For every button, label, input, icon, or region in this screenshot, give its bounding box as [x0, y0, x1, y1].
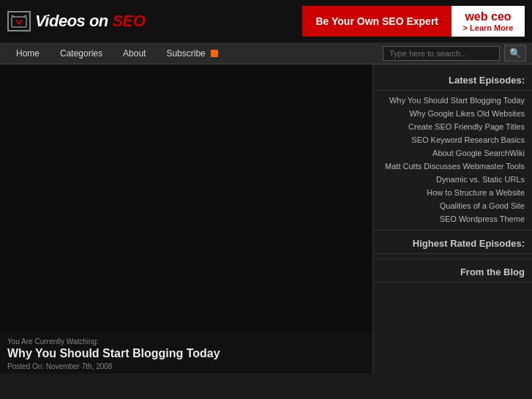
logo-seo: SEO	[112, 12, 145, 30]
search-area: 🔍	[383, 45, 526, 61]
nav-bar: Home Categories About Subscribe 🔍	[0, 42, 532, 64]
logo-icon	[7, 11, 31, 31]
content-area: You Are Currently Watching: Why You Shou…	[0, 64, 373, 373]
episode-link[interactable]: Create SEO Friendly Page Titles	[373, 120, 532, 133]
episode-link[interactable]: Dynamic vs. Static URLs	[373, 173, 532, 186]
banner-brand: web ceo	[465, 10, 511, 23]
banner-cta: > Learn More	[463, 23, 514, 32]
search-button[interactable]: 🔍	[504, 45, 526, 61]
banner-area[interactable]: Be Your Own SEO Expert web ceo > Learn M…	[302, 6, 525, 37]
episode-link[interactable]: SEO Wordpress Theme	[373, 212, 532, 225]
header: Videos on SEO Be Your Own SEO Expert web…	[0, 0, 532, 42]
logo-videos: Videos on	[35, 12, 112, 30]
episode-link[interactable]: About Google SearchWiki	[373, 146, 532, 160]
episode-link[interactable]: How to Structure a Website	[373, 186, 532, 199]
nav-categories[interactable]: Categories	[50, 44, 113, 63]
episode-link[interactable]: Why Google Likes Old Websites	[373, 107, 532, 120]
logo-text: Videos on SEO	[35, 12, 145, 31]
banner-red-text: Be Your Own SEO Expert	[315, 15, 438, 27]
sidebar: Latest Episodes: Why You Should Start Bl…	[373, 64, 532, 373]
episode-link[interactable]: SEO Keyword Research Basics	[373, 133, 532, 146]
logo-area: Videos on SEO	[7, 11, 145, 31]
episode-link[interactable]: Matt Cutts Discusses Webmaster Tools	[373, 160, 532, 173]
highest-rated-title: Highest Rated Episodes:	[373, 230, 532, 254]
nav-subscribe[interactable]: Subscribe	[156, 44, 228, 63]
svg-rect-0	[12, 17, 26, 27]
search-input[interactable]	[383, 46, 500, 61]
latest-episodes-title: Latest Episodes:	[373, 72, 532, 91]
rss-icon	[211, 50, 218, 57]
nav-about[interactable]: About	[113, 44, 156, 63]
nav-home[interactable]: Home	[6, 44, 50, 63]
nav-links: Home Categories About Subscribe	[6, 44, 383, 63]
video-info: You Are Currently Watching: Why You Shou…	[0, 332, 372, 373]
from-blog-title: From the Blog	[373, 258, 532, 283]
video-title: Why You Should Start Blogging Today	[7, 347, 365, 360]
episode-link[interactable]: Why You Should Start Blogging Today	[373, 94, 532, 107]
banner-white[interactable]: web ceo > Learn More	[452, 6, 525, 37]
video-player[interactable]	[0, 64, 372, 332]
episode-link[interactable]: Qualities of a Good Site	[373, 199, 532, 212]
main-content: You Are Currently Watching: Why You Shou…	[0, 64, 532, 373]
episodes-list: Why You Should Start Blogging TodayWhy G…	[373, 94, 532, 225]
post-date: Posted On: November 7th, 2008	[7, 362, 365, 370]
banner-red[interactable]: Be Your Own SEO Expert	[302, 6, 452, 37]
watching-label: You Are Currently Watching:	[7, 338, 365, 346]
